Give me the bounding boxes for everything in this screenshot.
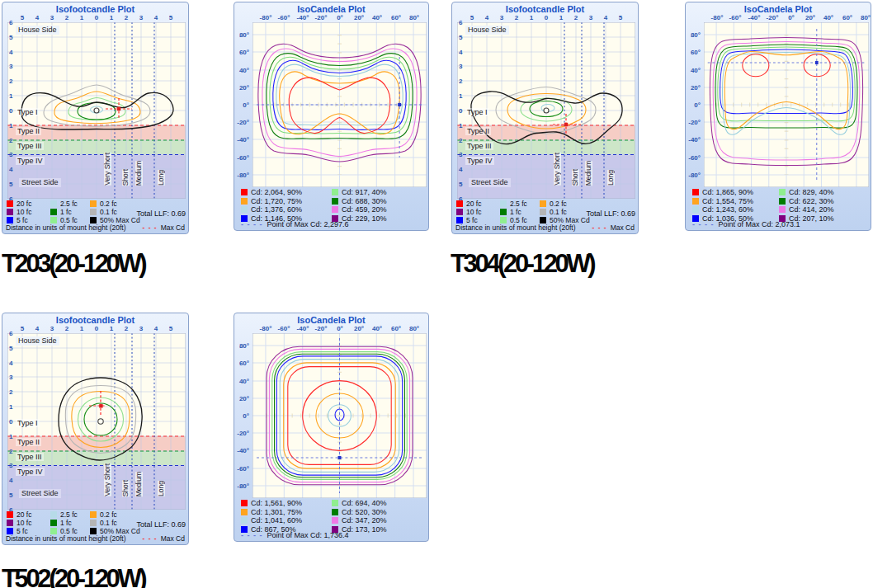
legend-item: Cd: 347, 20% (332, 516, 387, 525)
legend-column: 0.2 fc0.1 fc50% Max Cd (90, 200, 140, 224)
caption-t502: T502(20-120W) (2, 563, 144, 588)
type-i-label: Type I (465, 108, 489, 116)
x-axis-tick: 0 (95, 14, 98, 21)
legend-label: Cd: 520, 30% (342, 508, 387, 516)
max-cd-dash-icon: - - - (142, 223, 157, 232)
isofootcandle-plot-area: 6543210123456 House Side Street Side Typ… (7, 22, 186, 199)
x-axis-tick: 2 (574, 14, 578, 21)
isocandela-plot-area: 80°60°40°20°0°-20°-40°-60°-80° (252, 22, 427, 187)
y-axis-tick: -60° (237, 465, 249, 473)
legend-item: 0.1 fc (90, 208, 140, 216)
throw-long-label: Long (158, 170, 165, 186)
y-axis-tick: 40° (239, 378, 249, 385)
x-axis-tick: -40° (297, 14, 309, 21)
isocandela-panel-1: IsoCandela Plot -80°-60°-40°-20°0°20°40°… (234, 2, 429, 231)
x-axis-tick: 2 (65, 14, 68, 21)
distance-note: Distance in units of mount height (20ft) (6, 223, 126, 232)
isocandela-panel-3: IsoCandela Plot -80°-60°-40°-20°0°20°40°… (234, 313, 429, 542)
legend-swatch-icon (500, 209, 507, 215)
panel-title: IsoCandela Plot (686, 2, 871, 15)
x-axis-tick: 4 (35, 14, 39, 21)
legend-swatch-icon (540, 209, 546, 215)
y-axis-tick: 5 (459, 34, 462, 41)
legend-column: 2.5 fc1 fc0.5 fc (500, 200, 527, 224)
legend-swatch-icon (456, 217, 463, 223)
x-axis-tick: 0 (545, 14, 548, 21)
legend-swatch-icon (7, 217, 13, 223)
isofootcandle-panel-1: Isofootcandle Plot 54321012345 (2, 2, 189, 234)
y-axis-tick: 5 (9, 345, 12, 352)
y-axis-tick: 20° (239, 84, 249, 92)
x-axis-tick: 0 (95, 325, 98, 332)
legend-swatch-icon (692, 198, 699, 205)
legend-label: 1 fc (60, 519, 72, 527)
legend-swatch-icon (241, 500, 248, 506)
panel-title: Isofootcandle Plot (2, 2, 188, 15)
panel-title: Isofootcandle Plot (452, 2, 638, 15)
y-axis-tick: 4 (459, 49, 462, 56)
y-axis-tick: 0° (694, 101, 701, 109)
y-axis-tick: -80° (688, 172, 701, 179)
y-axis-tick: 6 (459, 19, 462, 26)
legend-label: 0.2 fc (550, 200, 567, 208)
legend-label: Cd: 1,720, 75% (251, 197, 302, 205)
y-axis-tick: -60° (688, 154, 701, 162)
isofootcandle-plot-area: 6543210123456 House Side Street Side Typ… (457, 22, 635, 199)
y-axis-tick: 0° (243, 412, 249, 420)
legend-column: 2.5 fc1 fc0.5 fc (50, 200, 78, 224)
x-axis-tick: 3 (139, 325, 143, 332)
x-axis-tick: 5 (21, 325, 24, 332)
x-axis-tick: 40° (372, 14, 382, 21)
y-axis-tick: 80° (239, 31, 249, 39)
y-axis-tick: 2 (9, 388, 12, 396)
legend-footnote: Distance in units of mount height (20ft)… (6, 223, 185, 232)
legend-item: 10 fc (7, 208, 31, 216)
type-ii-label: Type II (16, 127, 41, 135)
street-side-label: Street Side (469, 178, 511, 187)
max-cd-point-marker (815, 61, 819, 64)
max-cd-point-marker (398, 103, 401, 106)
x-axis-tick: -80° (711, 14, 724, 21)
legend-swatch-icon (50, 209, 57, 215)
type-iii-label: Type III (16, 453, 44, 461)
y-axis-tick: 3 (9, 374, 12, 381)
legend-footnote: - - - - Point of Max Cd: 2,073.1 (692, 220, 867, 228)
x-axis-tick: 40° (372, 325, 382, 332)
legend-column: Cd: 1,865, 90%Cd: 1,554, 75%Cd: 1,243, 6… (692, 188, 753, 223)
legend-swatch-icon (456, 200, 463, 207)
y-axis-tick: 6 (9, 330, 12, 337)
legend-label: Cd: 1,865, 90% (702, 188, 753, 196)
legend-column: Cd: 829, 40%Cd: 622, 30%Cd: 414, 20%Cd: … (779, 188, 834, 223)
x-axis-tick: 5 (169, 14, 172, 21)
y-axis-tick: 1 (9, 433, 12, 440)
x-axis-tick: 2 (125, 325, 128, 332)
y-axis-tick: 6 (9, 19, 12, 26)
legend-swatch-icon (779, 206, 786, 213)
legend-swatch-icon (50, 520, 57, 526)
max-cd-point-marker (117, 107, 120, 111)
legend-swatch-icon (241, 198, 248, 205)
y-axis-tick: 3 (9, 63, 12, 70)
legend-label: Cd: 694, 40% (342, 499, 387, 507)
legend-item: 20 fc (456, 200, 481, 208)
y-axis-tick: 40° (239, 67, 249, 74)
x-axis-tick: 1 (80, 325, 83, 332)
legend-label: 10 fc (17, 519, 31, 527)
x-axis-tick: 1 (110, 325, 113, 332)
type-iv-label: Type IV (16, 157, 45, 165)
y-axis-tick: 80° (239, 342, 249, 350)
y-axis-tick: 80° (691, 31, 701, 39)
legend-item: 20 fc (7, 510, 31, 519)
y-axis-tick: -20° (688, 119, 701, 126)
type-i-label: Type I (16, 108, 40, 116)
legend-label: 20 fc (17, 510, 31, 519)
legend-item: 10 fc (456, 208, 481, 216)
throw-medium-label: Medium (585, 161, 592, 186)
throw-very-short-label: Very Short (554, 153, 561, 186)
legend-item: Cd: 1,720, 75% (241, 197, 302, 206)
x-axis-tick: 0° (788, 14, 795, 21)
total-llf: Total LLF: 0.69 (586, 209, 635, 218)
x-axis-tick: 60° (391, 325, 401, 332)
x-axis-tick: 40° (823, 14, 833, 21)
y-axis-tick: 20° (691, 84, 701, 92)
